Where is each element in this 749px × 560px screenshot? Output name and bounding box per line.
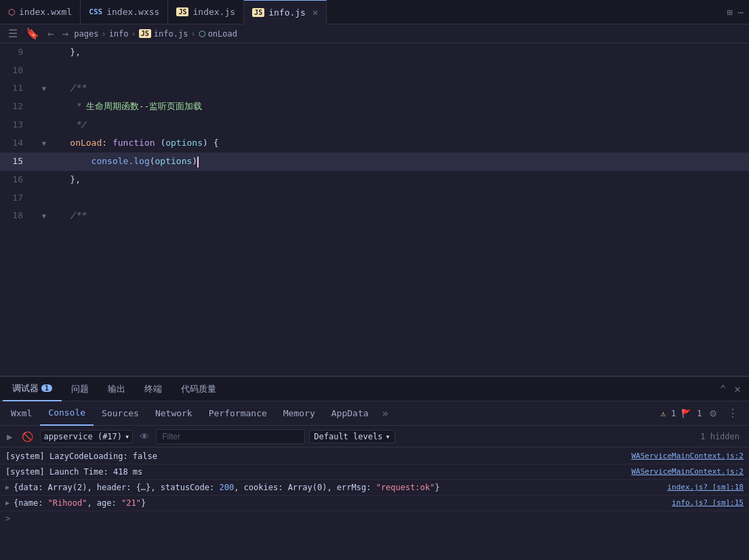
tab-index-js[interactable]: JS index.js [168, 0, 244, 24]
panel-maximize-icon[interactable]: ⌃ [717, 381, 729, 397]
bottom-panel: 调试器 1 问题 输出 终端 代码质量 ⌃ ✕ Wxml Console Sou… [0, 376, 749, 560]
devtools-tab-performance[interactable]: Performance [201, 401, 275, 426]
text-cursor [197, 157, 199, 167]
line-number: 11 [0, 79, 34, 98]
devtools-bar: Wxml Console Sources Network Performance… [0, 401, 749, 426]
eye-icon[interactable]: 👁 [137, 430, 152, 443]
panel-tab-badge: 1 [41, 384, 52, 392]
back-icon[interactable]: ← [45, 27, 57, 40]
line-number: 16 [0, 171, 34, 189]
panel-tabs-right: ⌃ ✕ [717, 381, 749, 397]
code-line-9: 9 }, [0, 43, 749, 62]
split-editor-icon[interactable]: ⊞ [727, 7, 732, 18]
more-tabs-icon[interactable]: ⋯ [738, 7, 744, 18]
line-number: 15 [0, 153, 34, 171]
console-line-text: [system] Launch Time: 418 ms [5, 466, 631, 478]
console-line: ▶ {name: "Rihood", age: "21"} info.js? [… [0, 496, 749, 511]
editor-area: 9 }, 10 11 ▼ /** 12 * 生命周期函数--监听页面加载 13 … [0, 43, 749, 376]
line-number: 18 [0, 207, 34, 225]
devtools-tab-wxml[interactable]: Wxml [3, 401, 40, 426]
line-number: 9 [0, 43, 34, 62]
console-prompt-symbol: > [5, 514, 10, 523]
breadcrumb: ☰ 🔖 ← → pages › info › JS info.js › ⬡ on… [0, 24, 749, 43]
line-content: */ [34, 116, 749, 134]
level-select[interactable]: Default levels ▾ [309, 430, 394, 443]
line-content: ▼ onLoad: function (options) { [34, 134, 749, 153]
panel-tab-debugger[interactable]: 调试器 1 [3, 377, 62, 401]
console-line-src[interactable]: info.js? [sm]:15 [672, 497, 744, 509]
line-content [34, 62, 749, 79]
panel-tab-terminal[interactable]: 终端 [135, 377, 171, 401]
code-line-10: 10 [0, 62, 749, 79]
service-select[interactable]: appservice (#17) ▾ [40, 430, 133, 443]
tab-label: index.wxss [106, 7, 159, 17]
console-output[interactable]: [system] LazyCodeLoading: false WAServic… [0, 447, 749, 560]
expand-icon[interactable]: ▶ [5, 481, 9, 494]
tab-close-button[interactable]: ✕ [312, 7, 318, 18]
error-flag-icon: 🚩 [681, 409, 691, 418]
line-content: ▼ /** [34, 207, 749, 225]
console-prompt[interactable]: > [0, 511, 749, 526]
console-line-src[interactable]: WAServiceMainContext.js:2 [631, 466, 744, 478]
bookmark-icon[interactable]: 🔖 [23, 27, 42, 40]
hidden-count: 1 hidden [700, 432, 745, 441]
fold-arrow[interactable]: ▼ [39, 135, 49, 153]
devtools-tab-console[interactable]: Console [40, 401, 94, 426]
code-line-11: 11 ▼ /** [0, 79, 749, 98]
devtools-more-tabs-icon[interactable]: » [377, 407, 394, 420]
fold-arrow[interactable]: ▼ [39, 207, 49, 225]
devtools-tab-memory[interactable]: Memory [275, 401, 323, 426]
more-options-icon[interactable]: ⋮ [725, 405, 741, 421]
fold-arrow[interactable]: ▼ [39, 80, 49, 98]
warning-icon: ⚠ [661, 409, 666, 418]
panel-tabs: 调试器 1 问题 输出 终端 代码质量 ⌃ ✕ [0, 377, 749, 401]
tab-index-wxss[interactable]: CSS index.wxss [81, 0, 168, 24]
js-icon: JS [252, 8, 264, 17]
panel-close-icon[interactable]: ✕ [731, 381, 744, 397]
level-label: Default levels [314, 432, 382, 441]
line-content: console.log(options) [34, 153, 749, 171]
tab-label: index.wxml [19, 7, 72, 17]
console-line-src[interactable]: WAServiceMainContext.js:2 [631, 450, 744, 462]
tab-info-js[interactable]: JS info.js ✕ [244, 0, 327, 24]
devtools-tab-label: Wxml [11, 408, 32, 418]
expand-icon[interactable]: ▶ [5, 497, 9, 509]
devtools-right: ⚠ 1 🚩 1 ⚙ ⋮ [661, 405, 746, 421]
code-lines: 9 }, 10 11 ▼ /** 12 * 生命周期函数--监听页面加载 13 … [0, 43, 749, 376]
panel-tab-problems[interactable]: 问题 [62, 377, 98, 401]
line-content: }, [34, 171, 749, 189]
console-line-src[interactable]: index.js? [sm]:18 [667, 481, 744, 494]
service-label: appservice (#17) [43, 432, 122, 441]
panel-tab-label: 输出 [108, 383, 125, 395]
line-content: ▼ /** [34, 79, 749, 98]
tab-actions: ⊞ ⋯ [727, 7, 749, 18]
tab-bar: ⬡ index.wxml CSS index.wxss JS index.js … [0, 0, 749, 24]
console-line-text: {name: "Rihood", age: "21"} [14, 497, 672, 509]
devtools-tab-label: Console [48, 407, 85, 418]
execute-icon[interactable]: ▶ [4, 430, 15, 443]
js-icon: JS [176, 7, 188, 16]
level-dropdown-icon: ▾ [385, 432, 390, 441]
error-count: 1 [697, 409, 702, 418]
devtools-tab-sources[interactable]: Sources [94, 401, 147, 426]
tab-index-wxml[interactable]: ⬡ index.wxml [0, 0, 81, 24]
devtools-tab-network[interactable]: Network [147, 401, 201, 426]
code-line-18: 18 ▼ /** [0, 207, 749, 225]
devtools-tab-label: Sources [102, 408, 139, 418]
forward-icon[interactable]: → [60, 27, 72, 40]
panel-tab-output[interactable]: 输出 [98, 377, 135, 401]
panel-tab-quality[interactable]: 代码质量 [171, 377, 226, 401]
xml-icon: ⬡ [8, 7, 15, 17]
clear-icon[interactable]: 🚫 [19, 430, 36, 443]
panel-tab-label: 调试器 [12, 382, 39, 395]
devtools-tab-appdata[interactable]: AppData [323, 401, 377, 426]
panel-tab-label: 代码质量 [181, 383, 216, 395]
code-line-15[interactable]: 15 console.log(options) [0, 153, 749, 171]
tab-label: info.js [268, 7, 306, 18]
sidebar-toggle-icon[interactable]: ☰ [5, 27, 20, 40]
filter-input[interactable] [156, 429, 305, 444]
console-line: [system] LazyCodeLoading: false WAServic… [0, 449, 749, 464]
settings-icon[interactable]: ⚙ [707, 405, 719, 421]
console-line: [system] Launch Time: 418 ms WAServiceMa… [0, 464, 749, 480]
line-number: 17 [0, 189, 34, 207]
